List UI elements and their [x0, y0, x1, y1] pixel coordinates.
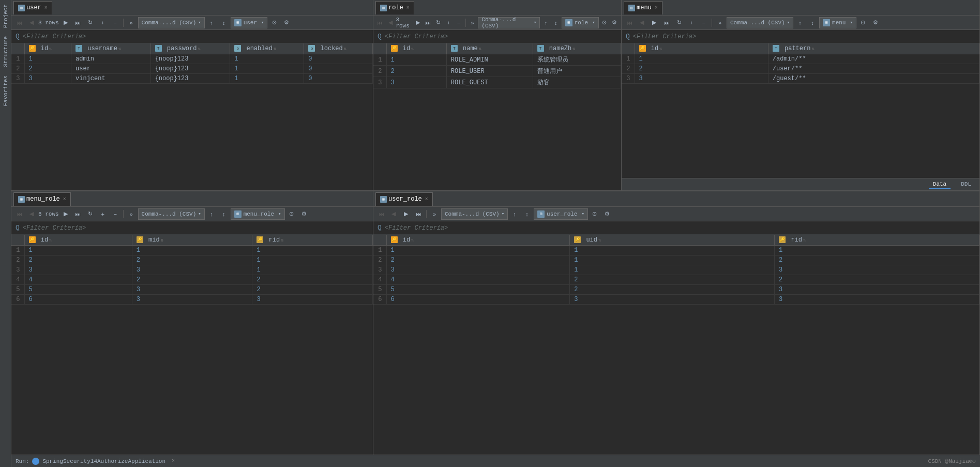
table-row[interactable]: 4 4 2 2 — [373, 275, 979, 285]
mr-first-btn[interactable]: ⏮ — [13, 208, 25, 220]
ur-table-badge[interactable]: ⊞ user_role ▾ — [534, 208, 588, 220]
ur-eye-btn[interactable]: ⊙ — [589, 208, 600, 220]
mr-add-btn[interactable]: + — [97, 208, 109, 220]
menu-sort-btn[interactable]: ↕ — [807, 17, 818, 28]
user-gear-btn[interactable]: ⚙ — [281, 17, 292, 28]
role-gear-btn[interactable]: ⚙ — [610, 17, 619, 28]
table-row[interactable]: 1 1 1 1 — [11, 246, 373, 255]
menu-more-btn[interactable]: » — [714, 17, 726, 28]
menu-gear-btn[interactable]: ⚙ — [870, 17, 881, 28]
user-table-badge[interactable]: ⊞ user ▾ — [231, 17, 268, 28]
role-first-btn[interactable]: ⏮ — [375, 17, 385, 28]
menu-add-btn[interactable]: + — [686, 17, 697, 28]
ur-first-btn[interactable]: ⏮ — [375, 208, 387, 220]
user-col-id[interactable]: 🔑 id⇅ — [24, 43, 71, 54]
table-row[interactable]: 5 5 2 3 — [373, 285, 979, 295]
table-row[interactable]: 2 2 ROLE_USER 普通用户 — [373, 66, 621, 77]
user-sort-btn[interactable]: ↕ — [218, 17, 230, 28]
role-upload-btn[interactable]: ↑ — [541, 17, 550, 28]
menu-role-tab-close[interactable]: × — [63, 197, 66, 202]
menu-prev-btn[interactable]: ◀ — [636, 17, 647, 28]
mr-sort-btn[interactable]: ↕ — [218, 208, 230, 220]
tab-menu-role[interactable]: ⊞ menu_role × — [13, 192, 71, 206]
tab-role[interactable]: ⊞ role × — [375, 1, 414, 14]
role-remove-btn[interactable]: − — [454, 17, 463, 28]
ur-gear-btn[interactable]: ⚙ — [601, 208, 613, 220]
role-last-btn[interactable]: ⏭ — [424, 17, 433, 28]
user-refresh-btn[interactable]: ↻ — [85, 17, 96, 28]
user-more-btn[interactable]: » — [126, 17, 137, 28]
mr-last-btn[interactable]: ⏭ — [72, 208, 84, 220]
mr-remove-btn[interactable]: − — [110, 208, 121, 220]
menu-eye-btn[interactable]: ⊙ — [857, 17, 869, 28]
menu-refresh-btn[interactable]: ↻ — [673, 17, 685, 28]
role-col-nameZh[interactable]: T nameZh⇅ — [533, 43, 621, 54]
mr-col-mid[interactable]: 🔑 mid⇅ — [132, 235, 252, 246]
mr-prev-btn[interactable]: ◀ — [26, 208, 37, 220]
ur-last-btn[interactable]: ⏭ — [413, 208, 424, 220]
mr-refresh-btn[interactable]: ↻ — [85, 208, 96, 220]
sidebar-item-project[interactable]: Project — [3, 0, 9, 32]
tab-menu[interactable]: ⊞ menu × — [624, 1, 662, 14]
ur-sort-btn[interactable]: ↕ — [521, 208, 533, 220]
ur-col-uid[interactable]: 🔑 uid⇅ — [570, 235, 775, 246]
tab-user-role[interactable]: ⊞ user_role × — [375, 192, 433, 206]
menu-col-pattern[interactable]: T pattern⇅ — [768, 43, 979, 54]
menu-table-badge[interactable]: ⊞ menu ▾ — [819, 17, 856, 28]
table-row[interactable]: 2 2 1 2 — [373, 255, 979, 265]
user-col-password[interactable]: T password⇅ — [150, 43, 230, 54]
mr-col-id[interactable]: 🔑 id⇅ — [24, 235, 132, 246]
menu-next-btn[interactable]: ▶ — [649, 17, 660, 28]
user-format-dropdown[interactable]: Comma-...d (CSV) ▾ — [138, 17, 205, 28]
sidebar-item-structure[interactable]: Structure — [3, 32, 9, 71]
role-col-name[interactable]: T name⇅ — [446, 43, 533, 54]
role-next-btn[interactable]: ▶ — [413, 17, 423, 28]
menu-upload-btn[interactable]: ↑ — [794, 17, 806, 28]
user-last-btn[interactable]: ⏭ — [72, 17, 84, 28]
role-sort-btn[interactable]: ↕ — [551, 17, 561, 28]
user-col-username[interactable]: T username⇅ — [71, 43, 151, 54]
table-row[interactable]: 3 3 3 1 — [11, 265, 373, 275]
sidebar-item-favorites[interactable]: Favorites — [3, 71, 9, 110]
table-row[interactable]: 3 3 /guest/** — [622, 74, 979, 84]
ur-prev-btn[interactable]: ◀ — [388, 208, 399, 220]
mr-next-btn[interactable]: ▶ — [60, 208, 71, 220]
mr-gear-btn[interactable]: ⚙ — [298, 208, 310, 220]
user-eye-btn[interactable]: ⊙ — [268, 17, 280, 28]
table-row[interactable]: 2 2 2 1 — [11, 255, 373, 265]
table-row[interactable]: 3 3 vinjcent {noop}123 1 0 — [11, 74, 373, 84]
user-tab-close[interactable]: × — [44, 5, 48, 11]
user-col-enabled[interactable]: b enabled⇅ — [230, 43, 304, 54]
user-remove-btn[interactable]: − — [110, 17, 121, 28]
table-row[interactable]: 1 1 ROLE_ADMIN 系统管理员 — [373, 54, 621, 66]
table-row[interactable]: 1 1 admin {noop}123 1 0 — [11, 54, 373, 64]
menu-data-tab[interactable]: Data — [929, 180, 951, 189]
table-row[interactable]: 5 5 3 2 — [11, 285, 373, 295]
mr-format-dropdown[interactable]: Comma-...d (CSV) ▾ — [138, 208, 205, 220]
tab-user[interactable]: ⊞ user × — [13, 1, 52, 14]
table-row[interactable]: 1 1 /admin/** — [622, 54, 979, 64]
user-prev-btn[interactable]: ◀ — [26, 17, 37, 28]
menu-first-btn[interactable]: ⏮ — [624, 17, 635, 28]
menu-last-btn[interactable]: ⏭ — [661, 17, 672, 28]
user-col-locked[interactable]: b locked⇅ — [304, 43, 373, 54]
table-row[interactable]: 3 3 1 3 — [373, 265, 979, 275]
menu-ddl-tab[interactable]: DDL — [957, 180, 975, 189]
role-prev-btn[interactable]: ◀ — [386, 17, 395, 28]
menu-col-id[interactable]: 🔑 id⇅ — [635, 43, 768, 54]
user-next-btn[interactable]: ▶ — [60, 17, 71, 28]
ur-upload-btn[interactable]: ↑ — [509, 208, 520, 220]
mr-col-rid[interactable]: 🔑 rid⇅ — [252, 235, 373, 246]
ur-next-btn[interactable]: ▶ — [400, 208, 412, 220]
role-table-badge[interactable]: ⊞ role ▾ — [562, 17, 599, 28]
role-more-btn[interactable]: » — [468, 17, 477, 28]
ur-more-btn[interactable]: » — [429, 208, 440, 220]
user-role-tab-close[interactable]: × — [425, 197, 428, 202]
role-refresh-btn[interactable]: ↻ — [434, 17, 443, 28]
mr-eye-btn[interactable]: ⊙ — [286, 208, 297, 220]
role-col-id[interactable]: 🔑 id⇅ — [386, 43, 446, 54]
ur-col-rid[interactable]: 🔑 rid⇅ — [775, 235, 979, 246]
table-row[interactable]: 2 2 /user/** — [622, 64, 979, 74]
user-upload-btn[interactable]: ↑ — [206, 17, 217, 28]
role-tab-close[interactable]: × — [406, 5, 410, 11]
